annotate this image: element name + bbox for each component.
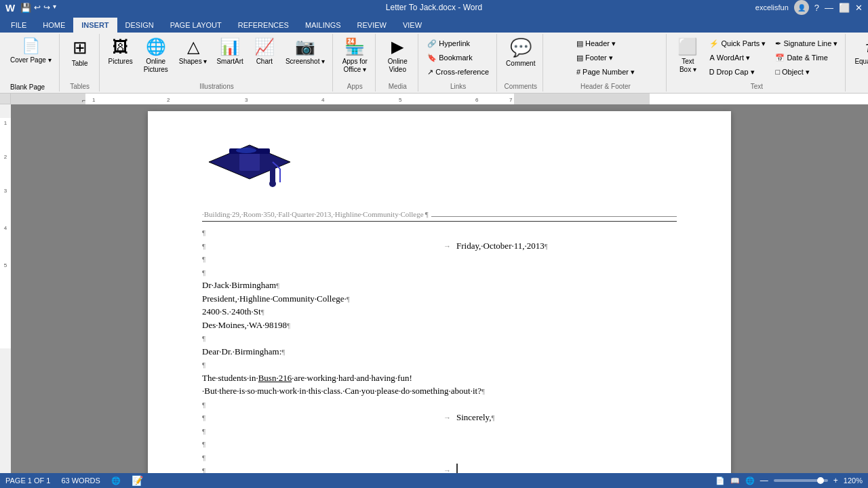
zoom-out-btn[interactable]: —: [760, 476, 768, 485]
track-changes-indicator: 📝: [132, 475, 143, 486]
drop-cap-btn[interactable]: Ꭰ Drop Cap ▾: [706, 65, 769, 79]
apps-office-icon: 🏪: [344, 37, 365, 56]
group-illustrations: 🖼 Pictures 🌐 OnlinePictures △ Shapes ▾ 📊…: [101, 34, 334, 92]
status-bar: PAGE 1 OF 1 63 WORDS 🌐 📝 📄 📖 🌐 — + 120%: [0, 473, 868, 488]
web-layout-btn[interactable]: 🌐: [745, 476, 755, 485]
cross-reference-btn[interactable]: ↗ Cross-reference: [424, 65, 492, 79]
page-number-btn[interactable]: # Page Number ▾: [573, 65, 638, 79]
object-icon: □: [775, 68, 780, 76]
tab-view[interactable]: VIEW: [395, 18, 430, 33]
table-btn[interactable]: ⊞ Table: [65, 35, 95, 80]
text-box-icon: ⬜: [677, 37, 698, 56]
svg-text:2: 2: [4, 154, 7, 160]
wordart-btn[interactable]: A WordArt ▾: [706, 51, 769, 64]
screenshot-btn[interactable]: 📷 Screenshot ▾: [282, 35, 328, 80]
zoom-slider[interactable]: [774, 479, 828, 482]
account-name[interactable]: excelisfun: [755, 3, 789, 12]
quick-parts-btn[interactable]: ⚡ Quick Parts ▾: [706, 37, 769, 50]
svg-text:1: 1: [92, 97, 96, 103]
address-2: Des·Moines,·WA·98198¶: [202, 319, 677, 332]
blank-line-8: ¶: [202, 451, 677, 464]
svg-text:6: 6: [475, 97, 479, 103]
ruler: 1 2 3 4 5 6 7 ⌐: [0, 94, 868, 104]
recipient-name: Dr·Jack·Birmingham¶: [202, 279, 677, 292]
language-indicator: 🌐: [111, 476, 121, 485]
tab-file[interactable]: FILE: [3, 18, 35, 33]
ribbon: 📄 Cover Page ▾ Blank Page Page Break Pag…: [0, 33, 868, 94]
group-symbols: π Equation ▾ Ω Symbol ▾ Symbols: [847, 34, 868, 92]
ruler-corner: [0, 94, 11, 104]
smartart-btn[interactable]: 📊 SmartArt: [213, 35, 246, 80]
online-pictures-btn[interactable]: 🌐 OnlinePictures: [139, 35, 173, 80]
blank-line-2: ¶: [202, 266, 677, 279]
blank-page-btn[interactable]: Blank Page: [7, 80, 48, 94]
svg-rect-19: [270, 162, 275, 182]
signature-line-btn[interactable]: ✒ Signature Line ▾: [772, 37, 841, 50]
tab-page-layout[interactable]: PAGE LAYOUT: [162, 18, 230, 33]
svg-text:⌐: ⌐: [82, 97, 85, 104]
svg-rect-2: [514, 94, 650, 104]
svg-text:5: 5: [399, 97, 402, 103]
date-line: ¶ → Friday,·October·11,·2013 ¶: [202, 239, 677, 253]
date-time-icon: 📅: [775, 54, 785, 62]
online-video-btn[interactable]: ▶ OnlineVideo: [381, 35, 414, 80]
group-tables: ⊞ Table Tables: [61, 34, 100, 92]
group-media-label: Media: [381, 83, 414, 92]
close-btn[interactable]: ✕: [855, 3, 863, 13]
group-illustrations-label: Illustrations: [105, 83, 329, 92]
redo-quick-btn[interactable]: ↪: [43, 3, 50, 13]
footer-btn[interactable]: ▤ Footer ▾: [573, 51, 638, 64]
chart-btn[interactable]: 📈 Chart: [250, 35, 279, 80]
pictures-btn[interactable]: 🖼 Pictures: [105, 35, 136, 80]
svg-point-25: [236, 148, 256, 153]
minimize-btn[interactable]: —: [825, 3, 833, 13]
hyperlink-icon: 🔗: [427, 39, 437, 48]
full-reading-btn[interactable]: 📖: [730, 476, 740, 485]
address-1: 2400·S.·240th·St¶: [202, 305, 677, 319]
smartart-icon: 📊: [220, 37, 240, 56]
cover-page-icon: 📄: [22, 37, 40, 55]
tab-review[interactable]: REVIEW: [349, 18, 395, 33]
help-btn[interactable]: ?: [814, 3, 819, 13]
tab-mailings[interactable]: MAILINGS: [297, 18, 349, 33]
header-btn[interactable]: ▤ Header ▾: [573, 37, 638, 50]
tab-home[interactable]: HOME: [35, 18, 73, 33]
tab-design[interactable]: DESIGN: [117, 18, 162, 33]
comment-btn[interactable]: 💬 Comment: [502, 35, 538, 80]
tab-references[interactable]: REFERENCES: [230, 18, 297, 33]
zoom-in-btn[interactable]: +: [833, 476, 838, 485]
bookmark-btn[interactable]: 🔖 Bookmark: [424, 51, 492, 64]
blank-line-6: ¶: [202, 424, 677, 438]
text-box-btn[interactable]: ⬜ TextBox ▾: [672, 35, 703, 80]
group-apps: 🏪 Apps forOffice ▾ Apps: [334, 34, 376, 92]
object-btn[interactable]: □ Object ▾: [772, 65, 841, 79]
svg-rect-12: [0, 118, 11, 348]
tab-insert[interactable]: INSERT: [73, 18, 117, 33]
cursor-line: ¶ →: [202, 464, 677, 473]
vertical-ruler: 1 2 3 4 5: [0, 104, 11, 473]
customize-quick-btn[interactable]: ▾: [53, 3, 56, 13]
maximize-btn[interactable]: ⬜: [839, 3, 850, 13]
apps-office-btn[interactable]: 🏪 Apps forOffice ▾: [338, 35, 371, 80]
closing-line: ¶ → Sincerely, ¶: [202, 411, 677, 424]
cover-page-btn[interactable]: 📄 Cover Page ▾: [7, 35, 55, 79]
quick-parts-icon: ⚡: [709, 39, 719, 48]
svg-rect-1: [11, 94, 85, 104]
graduation-cap-image: [202, 131, 677, 203]
shapes-btn[interactable]: △ Shapes ▾: [176, 35, 211, 80]
blank-line-1: ¶: [202, 252, 677, 266]
zoom-level[interactable]: 120%: [844, 476, 863, 485]
hyperlink-btn[interactable]: 🔗 Hyperlink: [424, 37, 492, 50]
body-paragraph: The·students·in·Busn·216·are·working·har…: [202, 371, 636, 398]
blank-line-5: ¶: [202, 398, 677, 411]
equation-btn[interactable]: π Equation ▾: [851, 37, 868, 81]
scroll-area[interactable]: ·Building·29,·Room·350,·Fall·Quarter·201…: [11, 104, 868, 473]
print-layout-btn[interactable]: 📄: [715, 476, 725, 485]
undo-quick-btn[interactable]: ↩: [34, 3, 41, 13]
group-header-footer: ▤ Header ▾ ▤ Footer ▾ # Page Number ▾ He…: [545, 34, 667, 92]
bookmark-icon: 🔖: [427, 54, 437, 62]
svg-text:5: 5: [4, 262, 7, 268]
date-time-btn[interactable]: 📅 Date & Time: [772, 51, 841, 64]
save-quick-btn[interactable]: 💾: [20, 3, 31, 13]
chart-icon: 📈: [254, 37, 275, 56]
